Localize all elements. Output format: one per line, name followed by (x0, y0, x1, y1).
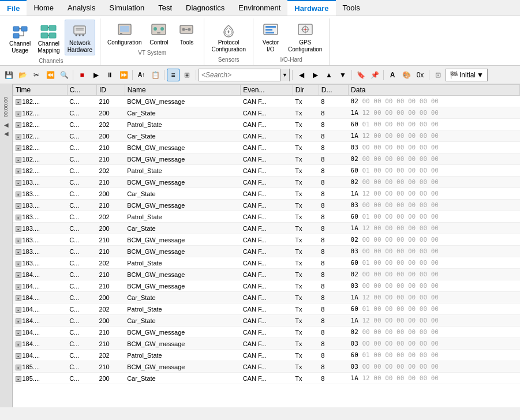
cell-dir: Tx (293, 327, 319, 338)
table-row[interactable]: ▪182.... C... 202 Patrol_State CAN F... … (13, 165, 520, 177)
time-collapse-btn[interactable]: ◀ (4, 122, 9, 128)
search-input[interactable] (199, 71, 280, 79)
cell-id: 200 (96, 373, 125, 384)
ribbon-network-hardware[interactable]: NetworkHardware (65, 20, 95, 55)
cell-ch: C... (67, 361, 96, 373)
table-row[interactable]: ▪184.... C... 210 BCM_GW_message CAN F..… (13, 327, 520, 338)
cell-ch: C... (67, 96, 96, 107)
menu-tools[interactable]: Tools (336, 0, 367, 16)
menu-file[interactable]: File (0, 0, 27, 16)
gps-configuration-icon (296, 21, 315, 39)
state-dropdown[interactable]: 🏁 Initial ▼ (446, 69, 488, 81)
svg-rect-1 (21, 27, 27, 31)
tb-grid-btn[interactable]: ⊡ (432, 69, 444, 81)
cell-dlen: 8 (319, 303, 348, 315)
cell-dir: Tx (293, 280, 319, 292)
tb-btn-5[interactable]: 🔍 (58, 69, 70, 81)
table-row[interactable]: ▪184.... C... 202 Patrol_State CAN F... … (13, 303, 520, 315)
table-row[interactable]: ▪182.... C... 210 BCM_GW_message CAN F..… (13, 153, 520, 165)
cell-dlen: 8 (319, 188, 348, 200)
cell-ch: C... (67, 373, 96, 384)
tb-btn-9[interactable]: ⏩ (117, 69, 130, 81)
tb-nav-right[interactable]: ▶ (309, 69, 321, 81)
cell-dlen: 8 (319, 130, 348, 142)
table-row[interactable]: ▪185.... C... 200 Car_State CAN F... Tx … (13, 373, 520, 384)
table-row[interactable]: ▪182.... C... 210 BCM_GW_message CAN F..… (13, 142, 520, 153)
channel-usage-label: ChannelUsage (9, 40, 31, 54)
ribbon-channel-mapping[interactable]: ChannelMapping (35, 21, 62, 55)
ribbon-gps-configuration[interactable]: GPSConfiguration (286, 20, 324, 54)
table-row[interactable]: ▪182.... C... 210 BCM_GW_message CAN F..… (13, 96, 520, 107)
table-row[interactable]: ▪184.... C... 200 Car_State CAN F... Tx … (13, 315, 520, 327)
table-row[interactable]: ▪183.... C... 200 Car_State CAN F... Tx … (13, 223, 520, 234)
tb-nav-left[interactable]: ◀ (295, 69, 308, 81)
col-data: Data (349, 85, 520, 96)
tb-nav-up[interactable]: ▲ (323, 69, 335, 81)
cell-dlen: 8 (319, 292, 348, 303)
table-row[interactable]: ▪184.... C... 200 Car_State CAN F... Tx … (13, 292, 520, 303)
table-row[interactable]: ▪182.... C... 202 Patrol_State CAN F... … (13, 119, 520, 130)
toolbar-separator-1 (73, 70, 73, 80)
tb-btn-b[interactable]: 📋 (149, 69, 162, 81)
state-icon: 🏁 (450, 71, 458, 79)
tb-stop-btn[interactable]: ■ (76, 69, 88, 81)
table-row[interactable]: ▪183.... C... 210 BCM_GW_message CAN F..… (13, 246, 520, 257)
cell-time: ▪184.... (13, 315, 68, 327)
menu-hardware[interactable]: Hardware (287, 0, 335, 16)
ribbon-vector-io[interactable]: VectorI/O (258, 20, 283, 54)
tb-btn-8[interactable]: ⏸ (103, 69, 116, 81)
ribbon-tools[interactable]: Tools (174, 20, 199, 47)
tb-color-btn[interactable]: 🎨 (400, 69, 413, 81)
table-row[interactable]: ▪185.... C... 210 BCM_GW_message CAN F..… (13, 361, 520, 373)
table-row[interactable]: ▪184.... C... 202 Patrol_State CAN F... … (13, 350, 520, 361)
tb-table-btn[interactable]: ≡ (167, 69, 179, 81)
table-row[interactable]: ▪183.... C... 210 BCM_GW_message CAN F..… (13, 234, 520, 246)
table-row[interactable]: ▪183.... C... 202 Patrol_State CAN F... … (13, 211, 520, 223)
svg-rect-28 (185, 29, 188, 30)
cell-event: CAN F... (241, 269, 293, 280)
cell-dlen: 8 (319, 142, 348, 153)
tb-btn-7[interactable]: ▶ (89, 69, 102, 81)
table-row[interactable]: ▪182.... C... 200 Car_State CAN F... Tx … (13, 107, 520, 119)
tools-label: Tools (180, 39, 193, 46)
menu-analysis[interactable]: Analysis (61, 0, 102, 16)
cell-ch: C... (67, 130, 96, 142)
table-row[interactable]: ▪184.... C... 210 BCM_GW_message CAN F..… (13, 338, 520, 350)
tb-bookmark2-btn[interactable]: 📌 (368, 69, 381, 81)
cell-id: 202 (96, 303, 125, 315)
cell-time: ▪182.... (13, 107, 68, 119)
ribbon-channel-usage[interactable]: ChannelUsage (7, 21, 33, 55)
tb-hex-btn[interactable]: 0x (414, 69, 427, 81)
ribbon-protocol-configuration[interactable]: ProtocolConfiguration (209, 20, 248, 54)
cell-ch: C... (67, 327, 96, 338)
tb-filter-btn[interactable]: ⊞ (181, 69, 193, 81)
table-row[interactable]: ▪183.... C... 202 Patrol_State CAN F... … (13, 257, 520, 269)
tb-btn-a[interactable]: A↑ (135, 69, 148, 81)
cell-data: 1A 12 00 00 00 00 00 00 (349, 130, 520, 142)
menu-environment[interactable]: Environment (231, 0, 287, 16)
tb-btn-2[interactable]: 📂 (16, 69, 29, 81)
tb-nav-down[interactable]: ▼ (336, 69, 349, 81)
menu-test[interactable]: Test (151, 0, 179, 16)
tb-bookmark-btn[interactable]: 🔖 (354, 69, 367, 81)
tb-font-btn[interactable]: A (386, 69, 399, 81)
ribbon-configuration[interactable]: Configuration (105, 20, 144, 47)
tb-btn-4[interactable]: ⏪ (44, 69, 57, 81)
menu-simulation[interactable]: Simulation (103, 0, 152, 16)
time-expand-btn[interactable]: ◀ (4, 130, 9, 137)
table-row[interactable]: ▪183.... C... 210 BCM_GW_message CAN F..… (13, 200, 520, 211)
menu-home[interactable]: Home (27, 0, 61, 16)
menu-diagnostics[interactable]: Diagnostics (179, 0, 231, 16)
search-dropdown-btn[interactable]: ▼ (280, 69, 289, 81)
ribbon-control[interactable]: Control (146, 20, 171, 47)
table-row[interactable]: ▪183.... C... 210 BCM_GW_message CAN F..… (13, 177, 520, 188)
table-row[interactable]: ▪184.... C... 210 BCM_GW_message CAN F..… (13, 269, 520, 280)
cell-id: 210 (96, 338, 125, 350)
tb-btn-3[interactable]: ✂ (30, 69, 43, 81)
tb-btn-1[interactable]: 💾 (2, 69, 15, 81)
svg-rect-30 (265, 26, 276, 28)
table-row[interactable]: ▪182.... C... 200 Car_State CAN F... Tx … (13, 130, 520, 142)
table-row[interactable]: ▪184.... C... 210 BCM_GW_message CAN F..… (13, 280, 520, 292)
cell-dir: Tx (293, 119, 319, 130)
table-row[interactable]: ▪183.... C... 200 Car_State CAN F... Tx … (13, 188, 520, 200)
